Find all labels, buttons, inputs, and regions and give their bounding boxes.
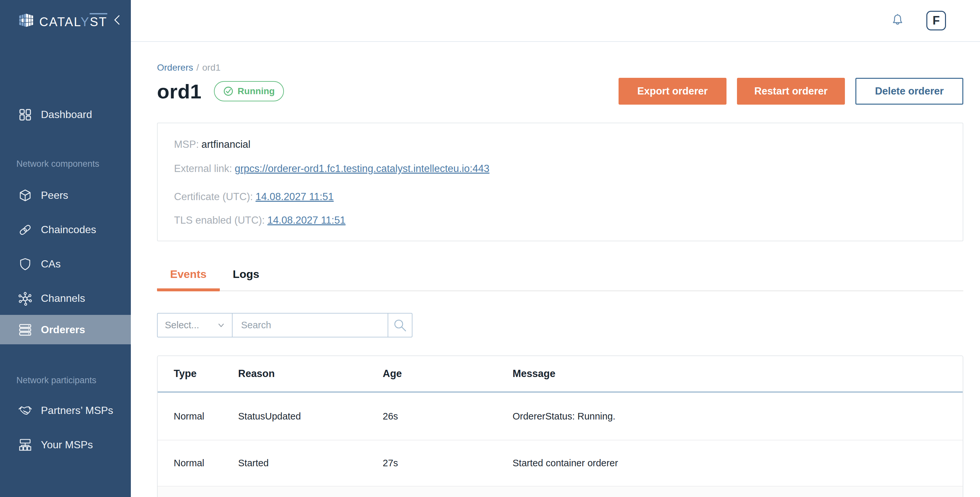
sidebar-item-label: Peers [41, 189, 68, 202]
chevron-down-icon [218, 323, 225, 328]
filter-bar: Select... [157, 313, 412, 337]
action-buttons: Export orderer Restart orderer Delete or… [619, 78, 963, 105]
logo-row: CATALYST [0, 0, 131, 42]
tab-events[interactable]: Events [157, 267, 220, 291]
sidebar-item-label: Orderers [41, 324, 85, 336]
handshake-icon [18, 403, 32, 418]
bell-icon[interactable] [890, 13, 905, 29]
msp-label: MSP: [174, 139, 199, 150]
sidebar-item-orderers[interactable]: Orderers [0, 315, 131, 344]
status-badge: Running [214, 81, 284, 102]
tls-label: TLS enabled (UTC): [174, 214, 265, 226]
external-link-row: External link:grpcs://orderer-ord1.fc1.t… [174, 162, 946, 175]
cell-message: OrdererStatus: Running. [512, 411, 963, 422]
breadcrumb-orderers-link[interactable]: Orderers [157, 62, 193, 73]
delete-orderer-button[interactable]: Delete orderer [855, 78, 963, 105]
external-link[interactable]: grpcs://orderer-ord1.fc1.testing.catalys… [234, 163, 489, 174]
content: Orderers/ord1 ord1 Running Export ordere… [131, 62, 980, 497]
cell-message: Started container orderer [512, 458, 963, 468]
restart-orderer-button[interactable]: Restart orderer [737, 78, 845, 105]
network-hub-icon [18, 291, 32, 306]
sidebar-item-peers[interactable]: Peers [0, 178, 131, 213]
shield-icon [18, 257, 32, 272]
sidebar-item-cas[interactable]: CAs [0, 247, 131, 281]
main-area: F Orderers/ord1 ord1 Running [131, 0, 980, 497]
table-row[interactable]: Normal StatusUpdated 26s OrdererStatus: … [158, 393, 963, 440]
title-row: ord1 Running Export orderer Restart orde… [157, 78, 963, 105]
app-logo: CATALYST [39, 13, 107, 29]
column-header-age: Age [383, 368, 512, 379]
sidebar-item-label: Dashboard [41, 108, 92, 121]
tls-date-link[interactable]: 14.08.2027 11:51 [267, 214, 345, 226]
events-table: Type Reason Age Message Normal StatusUpd… [157, 356, 963, 497]
orderer-details-card: MSP:artfinancial External link:grpcs://o… [157, 122, 963, 241]
check-circle-icon [223, 86, 234, 97]
catalyst-cube-logo-icon [18, 13, 35, 29]
app-root: CATALYST Dashboard Network components [0, 0, 980, 497]
sidebar-item-dashboard[interactable]: Dashboard [0, 97, 131, 132]
sidebar-item-label: CAs [41, 258, 60, 270]
sidebar-item-chaincodes[interactable]: Chaincodes [0, 213, 131, 247]
sidebar-collapse-button[interactable] [113, 14, 121, 25]
certificate-date-link[interactable]: 14.08.2027 11:51 [256, 191, 334, 202]
cell-reason: StatusUpdated [238, 411, 383, 422]
table-row[interactable]: Normal Started 27s Started container ord… [158, 440, 963, 486]
server-stack-icon [18, 322, 32, 337]
tabs: Events Logs [157, 267, 963, 291]
cell-age: 26s [383, 411, 512, 422]
magnifier-icon [392, 318, 408, 333]
cube-icon [18, 188, 32, 203]
status-label: Running [237, 86, 275, 97]
topbar: F [131, 0, 980, 42]
avatar-button[interactable]: F [926, 11, 946, 30]
search-input[interactable] [232, 314, 388, 337]
certificate-row: Certificate (UTC):14.08.2027 11:51 [174, 191, 946, 203]
sidebar-section-network-participants: Network participants [16, 375, 124, 386]
select-placeholder: Select... [165, 320, 199, 330]
cell-reason: Started [238, 458, 383, 468]
sidebar-item-partners-msps[interactable]: Partners’ MSPs [0, 393, 131, 428]
avatar-letter: F [932, 14, 940, 27]
tab-logs[interactable]: Logs [220, 267, 272, 291]
column-header-message: Message [512, 368, 963, 379]
export-orderer-button[interactable]: Export orderer [619, 78, 727, 105]
chain-link-icon [18, 223, 32, 237]
sidebar: CATALYST Dashboard Network components [0, 0, 131, 497]
msp-value: artfinancial [202, 139, 251, 150]
tls-row: TLS enabled (UTC):14.08.2027 11:51 [174, 214, 946, 227]
certificate-label: Certificate (UTC): [174, 191, 253, 202]
search-button[interactable] [388, 314, 412, 337]
hierarchy-icon [18, 438, 32, 452]
type-select[interactable]: Select... [158, 314, 232, 337]
msp-row: MSP:artfinancial [174, 138, 946, 151]
breadcrumb-separator: / [196, 62, 199, 73]
sidebar-section-network-components: Network components [16, 159, 124, 169]
cell-type: Normal [174, 411, 238, 422]
sidebar-item-channels[interactable]: Channels [0, 281, 131, 316]
sidebar-item-label: Your MSPs [41, 439, 93, 451]
cell-type: Normal [174, 458, 238, 468]
table-row-partial [158, 486, 963, 497]
column-header-reason: Reason [238, 368, 383, 379]
sidebar-item-label: Partners’ MSPs [41, 405, 113, 416]
page-title: ord1 [157, 80, 202, 103]
breadcrumb: Orderers/ord1 [157, 62, 963, 73]
cell-age: 27s [383, 458, 512, 468]
table-header-row: Type Reason Age Message [158, 356, 963, 393]
sidebar-item-label: Chaincodes [41, 224, 96, 236]
sidebar-item-label: Channels [41, 292, 85, 305]
external-link-label: External link: [174, 163, 232, 174]
sidebar-item-your-msps[interactable]: Your MSPs [0, 428, 131, 462]
column-header-type: Type [174, 368, 238, 379]
breadcrumb-current: ord1 [202, 62, 221, 73]
dashboard-icon [18, 108, 32, 122]
